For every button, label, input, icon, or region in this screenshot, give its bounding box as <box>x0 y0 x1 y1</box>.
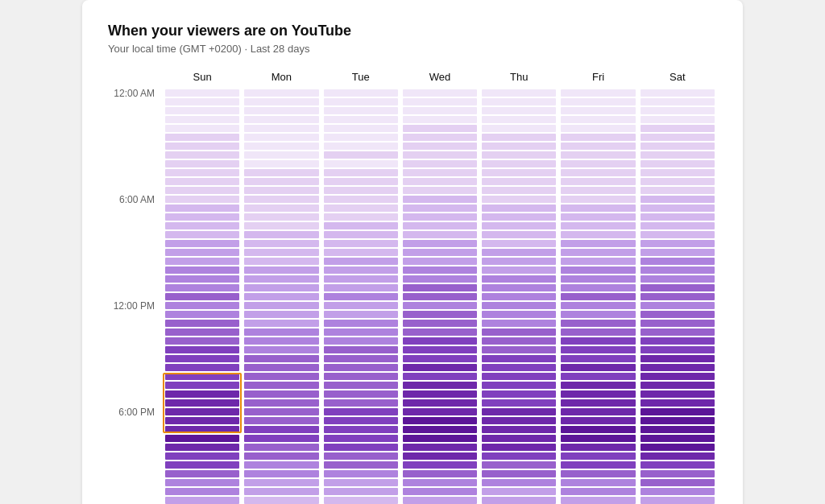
cell <box>324 151 398 159</box>
y-label-12-00-AM: 12:00 AM <box>114 88 155 99</box>
day-column-wed <box>400 89 479 504</box>
cell <box>403 390 477 398</box>
cell <box>561 337 635 345</box>
cell <box>482 169 556 176</box>
cell <box>641 204 715 212</box>
cell <box>561 107 635 114</box>
cell <box>641 89 715 97</box>
cell <box>403 160 477 167</box>
cell <box>641 151 715 159</box>
cell <box>165 204 239 212</box>
cell <box>482 196 556 203</box>
cell <box>482 275 556 283</box>
cell <box>561 311 635 318</box>
cell <box>165 169 239 176</box>
cell <box>561 196 635 203</box>
cell <box>324 497 398 504</box>
cell <box>641 426 715 433</box>
cell <box>244 293 318 300</box>
cell <box>403 143 477 150</box>
cell <box>165 98 239 105</box>
cell <box>561 382 635 389</box>
cell <box>561 399 635 407</box>
cell <box>482 107 556 114</box>
cell <box>324 187 398 194</box>
cell <box>561 134 635 141</box>
cell <box>482 249 556 256</box>
cell <box>244 302 318 309</box>
cell <box>324 382 398 389</box>
cell <box>403 302 477 309</box>
cell <box>165 196 239 203</box>
cell <box>165 134 239 141</box>
cell <box>244 134 318 141</box>
cell <box>403 444 477 451</box>
cell <box>641 320 715 327</box>
cell <box>482 461 556 469</box>
cell <box>561 116 635 123</box>
cell <box>561 213 635 221</box>
cell <box>482 302 556 309</box>
cell <box>561 452 635 460</box>
cell <box>165 151 239 159</box>
cell <box>641 444 715 451</box>
cell <box>324 311 398 318</box>
cell <box>244 328 318 336</box>
cell <box>165 240 239 247</box>
cell <box>324 444 398 451</box>
cell <box>482 390 556 398</box>
chart-area: 12:00 AM6:00 AM12:00 PM6:00 PM SunMonTue… <box>108 71 717 504</box>
cell <box>165 311 239 318</box>
cell <box>244 178 318 185</box>
cell <box>324 452 398 460</box>
cell <box>403 320 477 327</box>
cell <box>324 231 398 238</box>
cell <box>641 470 715 477</box>
y-axis: 12:00 AM6:00 AM12:00 PM6:00 PM <box>108 71 163 504</box>
cell <box>482 320 556 327</box>
cell <box>561 302 635 309</box>
cell <box>244 320 318 327</box>
cell <box>561 266 635 274</box>
day-header-tue: Tue <box>321 71 400 86</box>
cell <box>244 125 318 132</box>
cell <box>561 444 635 451</box>
cell <box>561 284 635 291</box>
cell <box>324 426 398 433</box>
cell <box>561 169 635 176</box>
cell <box>165 328 239 336</box>
cell <box>641 452 715 460</box>
cell <box>165 160 239 167</box>
cell <box>403 134 477 141</box>
cell <box>561 258 635 265</box>
cell <box>561 240 635 247</box>
cell <box>244 204 318 212</box>
cell <box>403 373 477 380</box>
cell <box>482 417 556 424</box>
cell <box>403 240 477 247</box>
cell <box>482 178 556 185</box>
cell <box>561 320 635 327</box>
cell <box>324 98 398 105</box>
cell <box>482 444 556 451</box>
cell <box>641 488 715 495</box>
cell <box>641 169 715 176</box>
cell <box>561 390 635 398</box>
cell <box>561 497 635 504</box>
cell <box>403 399 477 407</box>
cell <box>561 151 635 159</box>
cell <box>403 337 477 345</box>
cell <box>561 355 635 362</box>
cell <box>244 213 318 221</box>
cell <box>482 497 556 504</box>
cell <box>244 444 318 451</box>
cell <box>324 275 398 283</box>
cell <box>165 89 239 97</box>
cell <box>403 382 477 389</box>
cell <box>482 231 556 238</box>
cell <box>165 187 239 194</box>
cell <box>324 169 398 176</box>
cell <box>324 435 398 442</box>
day-column-tue <box>321 89 400 504</box>
cell <box>244 408 318 415</box>
